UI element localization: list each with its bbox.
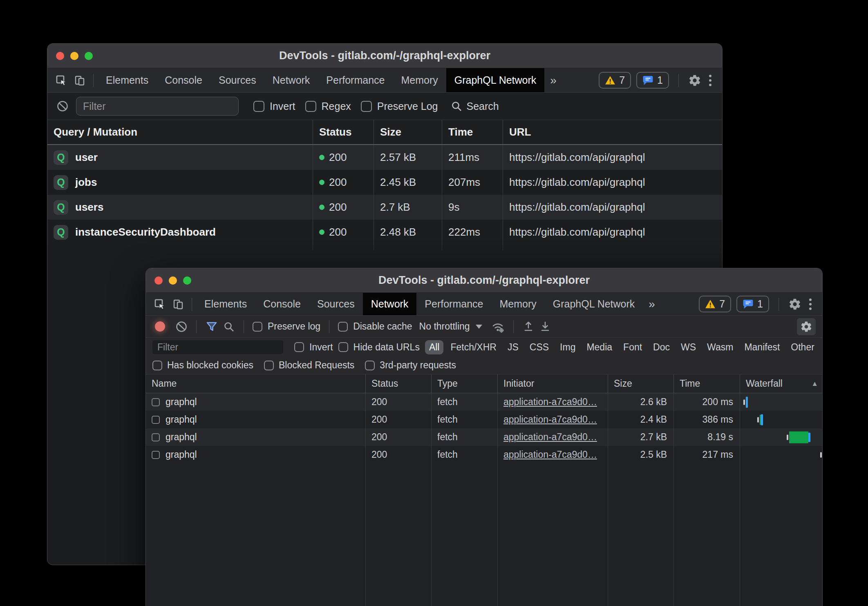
zoom-button[interactable] [85,52,93,60]
third-party-checkbox[interactable] [365,361,375,370]
row-checkbox[interactable] [152,433,160,441]
preserve-log-checkbox[interactable] [361,101,372,112]
type-filter-chip[interactable]: JS [503,340,523,354]
column-header-size[interactable]: Size [374,120,442,144]
hide-data-urls-checkbox[interactable] [338,342,348,352]
network-settings-button[interactable] [797,318,816,335]
network-request-row[interactable]: graphql 200 fetch application-a7ca9d0… 2… [146,428,822,446]
panel-tab[interactable]: Elements [196,293,255,315]
minimize-button[interactable] [169,276,177,285]
network-conditions-icon[interactable] [491,320,505,333]
initiator-link[interactable]: application-a7ca9d0… [503,397,597,408]
blocked-requests-checkbox[interactable] [264,361,274,370]
import-har-icon[interactable] [522,321,535,333]
panel-tab[interactable]: Network [363,293,417,315]
column-header-size[interactable]: Size [608,374,674,393]
row-checkbox[interactable] [152,416,160,424]
more-options-icon[interactable] [707,75,714,86]
record-network-log-button[interactable] [155,321,165,332]
network-filter-input[interactable] [152,340,283,354]
disable-cache-checkbox[interactable] [338,322,348,332]
type-filter-chip[interactable]: Doc [649,340,674,354]
search-icon[interactable] [223,321,235,333]
column-header-status[interactable]: Status [366,374,432,393]
panel-tab[interactable]: Sources [309,293,363,315]
column-header-initiator[interactable]: Initiator [498,374,608,393]
settings-gear-icon[interactable] [688,74,701,87]
type-filter-chip[interactable]: Manifest [740,340,784,354]
type-filter-chip[interactable]: Media [582,340,616,354]
regex-checkbox[interactable] [305,101,316,112]
column-header-status[interactable]: Status [313,120,374,144]
more-tabs-icon[interactable]: » [544,68,562,92]
warnings-badge[interactable]: 7 [599,72,631,89]
panel-tab[interactable]: Console [255,293,309,315]
type-filter-chip[interactable]: WS [677,340,700,354]
inspect-element-icon[interactable] [55,74,68,87]
search-group[interactable]: Search [450,100,499,112]
preserve-log-checkbox[interactable] [253,322,262,332]
initiator-link[interactable]: application-a7ca9d0… [503,414,597,425]
panel-tab[interactable]: Console [157,68,210,92]
titlebar[interactable]: DevTools - gitlab.com/-/graphql-explorer [47,44,722,68]
network-request-row[interactable]: graphql 200 fetch application-a7ca9d0… 2… [146,446,822,463]
row-checkbox[interactable] [152,451,160,459]
panel-tab[interactable]: GraphQL Network [446,68,545,92]
invert-checkbox[interactable] [294,342,304,352]
export-har-icon[interactable] [539,321,551,333]
graphql-request-row[interactable]: Q instanceSecurityDashboard 200 2.48 kB … [47,220,722,245]
panel-tab[interactable]: GraphQL Network [545,293,643,315]
column-header-time[interactable]: Time [442,120,503,144]
panel-tab[interactable]: Performance [318,68,393,92]
network-request-row[interactable]: graphql 200 fetch application-a7ca9d0… 2… [146,393,822,411]
type-filter-chip[interactable]: CSS [526,340,553,354]
more-tabs-icon[interactable]: » [643,293,661,315]
device-toolbar-icon[interactable] [172,298,185,311]
type-filter-chip[interactable]: Wasm [703,340,737,354]
panel-tab[interactable]: Memory [491,293,544,315]
panel-tab[interactable]: Elements [98,68,157,92]
column-header-query[interactable]: Query / Mutation [47,120,313,144]
panel-tab[interactable]: Performance [416,293,491,315]
panel-tab[interactable]: Sources [210,68,264,92]
messages-badge[interactable]: 1 [736,296,769,312]
panel-tab[interactable]: Memory [393,68,446,92]
column-header-waterfall[interactable]: Waterfall ▲ [740,374,822,393]
initiator-link[interactable]: application-a7ca9d0… [503,449,597,460]
settings-gear-icon[interactable] [788,298,801,311]
graphql-request-row[interactable]: Q users 200 2.7 kB 9s https://gitlab.com… [47,195,722,220]
close-button[interactable] [154,276,163,285]
filter-funnel-icon[interactable] [205,320,218,333]
clear-network-log-icon[interactable] [175,321,188,333]
type-filter-chip[interactable]: All [425,340,444,354]
row-checkbox[interactable] [152,398,160,406]
column-header-name[interactable]: Name [146,374,366,393]
graphql-request-row[interactable]: Q jobs 200 2.45 kB 207ms https://gitlab.… [47,170,722,195]
filter-input[interactable] [76,97,239,116]
zoom-button[interactable] [183,276,191,285]
titlebar[interactable]: DevTools - gitlab.com/-/graphql-explorer [146,268,822,293]
throttling-select[interactable]: No throttling [419,321,482,332]
device-toolbar-icon[interactable] [74,74,87,87]
graphql-request-row[interactable]: Q user 200 2.57 kB 211ms https://gitlab.… [47,145,722,170]
type-filter-chip[interactable]: Img [556,340,579,354]
type-filter-chip[interactable]: Fetch/XHR [446,340,500,354]
column-header-time[interactable]: Time [674,374,740,393]
more-options-icon[interactable] [807,299,814,310]
panel-tab[interactable]: Network [264,68,318,92]
warnings-badge[interactable]: 7 [699,296,731,312]
type-filter-chip[interactable]: Font [619,340,646,354]
minimize-button[interactable] [70,52,78,60]
invert-checkbox[interactable] [253,101,264,112]
initiator-link[interactable]: application-a7ca9d0… [503,432,597,443]
status-code: 200 [329,226,347,238]
close-button[interactable] [56,52,64,60]
clear-log-icon[interactable] [56,100,69,112]
blocked-cookies-checkbox[interactable] [152,361,162,370]
network-request-row[interactable]: graphql 200 fetch application-a7ca9d0… 2… [146,411,822,428]
column-header-type[interactable]: Type [432,374,498,393]
messages-badge[interactable]: 1 [636,72,669,89]
type-filter-chip[interactable]: Other [787,340,819,354]
column-header-url[interactable]: URL [503,120,722,144]
inspect-element-icon[interactable] [153,298,166,311]
